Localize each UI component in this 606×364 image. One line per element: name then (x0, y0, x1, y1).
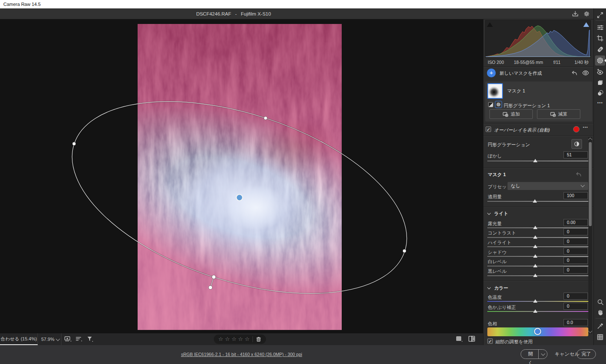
app-header: DSCF4246.RAF - Fujifilm X-S10 (0, 8, 606, 19)
tint-slider[interactable] (487, 309, 588, 313)
overlay-options-icon[interactable]: ••• (583, 125, 588, 129)
bottom-bar: sRGB IEC61966-2.1 - 16 bit - 4160 x 6240… (0, 345, 606, 364)
overlay-color-swatch[interactable] (573, 126, 579, 132)
open-button[interactable]: 開く (521, 349, 548, 359)
settings-panel: ISO 200 18-55@55 mm f/11 1/40 秒 + 新しいマスク… (483, 19, 593, 345)
hand-tool-icon[interactable] (595, 307, 605, 317)
crop-tool-icon[interactable] (595, 33, 605, 43)
zoom-tool-icon[interactable] (595, 297, 605, 307)
photo-preview[interactable] (138, 24, 342, 330)
star-icon[interactable]: ☆ (218, 335, 223, 344)
mask-thumbnail[interactable] (487, 83, 503, 99)
blacks-slider[interactable] (487, 274, 588, 277)
scroll-down-icon[interactable] (588, 329, 593, 333)
star-icon[interactable]: ☆ (238, 335, 243, 344)
invert-mask-button[interactable] (571, 139, 582, 149)
highlights-value[interactable]: 0 (563, 238, 588, 245)
subtract-from-mask-button[interactable]: 減算 (537, 109, 580, 119)
tool-options-title: 円形グラデーション (488, 142, 530, 148)
feather-slider[interactable] (487, 159, 588, 163)
settings-gear-icon[interactable] (583, 10, 590, 18)
shadows-value[interactable]: 0 (563, 248, 588, 255)
more-tools-icon[interactable]: ••• (595, 98, 605, 108)
filter-funnel-icon[interactable] (86, 335, 95, 343)
trash-icon[interactable] (256, 336, 261, 342)
mask-visibility-eye-icon[interactable] (582, 70, 589, 76)
star-icon[interactable]: ☆ (225, 335, 230, 344)
exif-iso: ISO 200 (488, 60, 504, 65)
radial-gradient-component-icon[interactable] (495, 101, 502, 108)
component-name: 円形グラデーション 1 (504, 103, 550, 109)
workflow-options-link[interactable]: sRGB IEC61966-2.1 - 16 bit - 4160 x 6240… (181, 352, 302, 357)
window-titlebar: Camera Raw 14.5 (0, 0, 606, 8)
fullscreen-icon[interactable] (595, 10, 605, 20)
red-eye-tool-icon[interactable] (595, 67, 605, 77)
preset-select[interactable]: なし (508, 182, 588, 190)
exif-lens: 18-55@55 mm (514, 60, 543, 65)
document-title: DSCF4246.RAF - Fujifilm X-S10 (0, 8, 467, 19)
chevron-down-icon (487, 211, 491, 215)
sampler-tool-icon[interactable] (595, 321, 605, 331)
divider (252, 336, 253, 342)
grid-overlay-icon[interactable] (595, 332, 605, 342)
create-mask-row: + 新しいマスクを作成 (484, 68, 593, 80)
zoom-value: 57.9% (38, 337, 54, 342)
sort-order-icon[interactable] (75, 335, 84, 343)
edit-tool-icon[interactable] (595, 22, 605, 32)
mask-list-item[interactable]: マスク 1 円形グラデーション 1 追加 減算 (485, 82, 592, 121)
histogram[interactable] (485, 20, 591, 58)
filmstrip-view-icon[interactable] (64, 335, 73, 343)
shadow-clipping-icon[interactable] (487, 22, 493, 27)
create-mask-label: 新しいマスクを作成 (500, 70, 542, 76)
highlight-clipping-icon[interactable] (583, 22, 589, 27)
done-button[interactable]: 完了 (577, 349, 596, 359)
star-icon[interactable]: ☆ (231, 335, 237, 344)
invert-component-icon[interactable] (488, 102, 493, 107)
presets-tool-icon[interactable] (595, 77, 605, 87)
hue-slider[interactable] (487, 327, 588, 336)
export-icon[interactable] (571, 10, 579, 18)
window-title: Camera Raw 14.5 (3, 2, 41, 7)
contrast-value[interactable]: 0 (563, 228, 588, 235)
zoom-level-select[interactable]: 57.9% (38, 333, 61, 345)
hue-label: 色相 (488, 321, 497, 327)
heal-tool-icon[interactable] (595, 44, 605, 54)
tool-column: ••• (593, 8, 606, 345)
exif-info: ISO 200 18-55@55 mm f/11 1/40 秒 (485, 59, 591, 66)
exposure-value[interactable]: 0.00 (563, 219, 588, 226)
temp-value[interactable]: 0 (563, 293, 588, 300)
mask-overlay (138, 24, 342, 330)
amount-slider[interactable] (487, 199, 588, 203)
fine-adjust-checkbox[interactable]: ✓ (487, 338, 493, 344)
amount-value[interactable]: 100 (563, 192, 588, 199)
preview-mode-icon[interactable] (454, 335, 465, 343)
tint-value[interactable]: 0 (563, 303, 588, 310)
masking-tool-icon[interactable] (595, 55, 605, 66)
panel-scrollbar[interactable] (588, 137, 592, 334)
mask-settings-title: マスク 1 (488, 171, 506, 178)
reset-mask-icon[interactable] (575, 171, 582, 177)
image-canvas[interactable] (0, 19, 483, 333)
blacks-value[interactable]: 0 (563, 266, 588, 274)
before-after-view-icon[interactable] (467, 335, 477, 343)
whites-value[interactable]: 0 (563, 257, 588, 264)
cancel-button[interactable]: キャンセル (555, 349, 579, 359)
star-icon[interactable]: ☆ (245, 335, 250, 344)
exif-shutter: 1/40 秒 (574, 60, 589, 66)
open-options-chevron[interactable] (539, 350, 547, 359)
hue-value[interactable]: 0.0 (563, 319, 588, 326)
overlay-checkbox[interactable]: ✓ (486, 127, 491, 132)
color-section-header[interactable]: カラー (488, 285, 508, 291)
scrollbar-thumb[interactable] (589, 142, 592, 226)
scroll-up-icon[interactable] (588, 138, 593, 142)
hue-slider-thumb[interactable] (534, 328, 541, 335)
light-section-header[interactable]: ライト (488, 211, 508, 217)
add-to-mask-button[interactable]: 追加 (489, 109, 533, 119)
snapshots-tool-icon[interactable] (595, 88, 605, 98)
image-info: sRGB IEC61966-2.1 - 16 bit - 4160 x 6240… (0, 345, 483, 364)
undo-icon[interactable] (571, 70, 578, 76)
fit-zoom-tab[interactable]: 合わせる (15.4%) (0, 333, 38, 345)
create-mask-button[interactable]: + (487, 69, 496, 77)
feather-value[interactable]: 51 (563, 151, 588, 158)
exif-aperture: f/11 (553, 60, 561, 65)
